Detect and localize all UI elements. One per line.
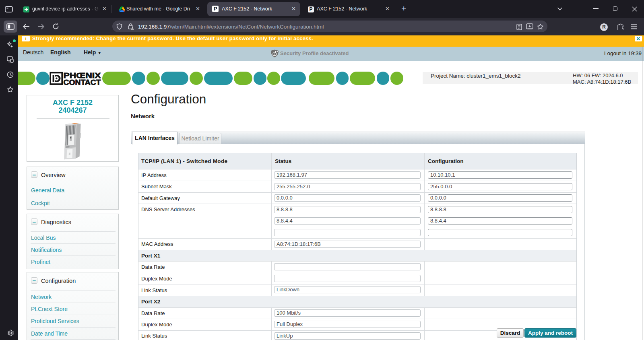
svg-text:CONTACT: CONTACT [64,78,101,86]
